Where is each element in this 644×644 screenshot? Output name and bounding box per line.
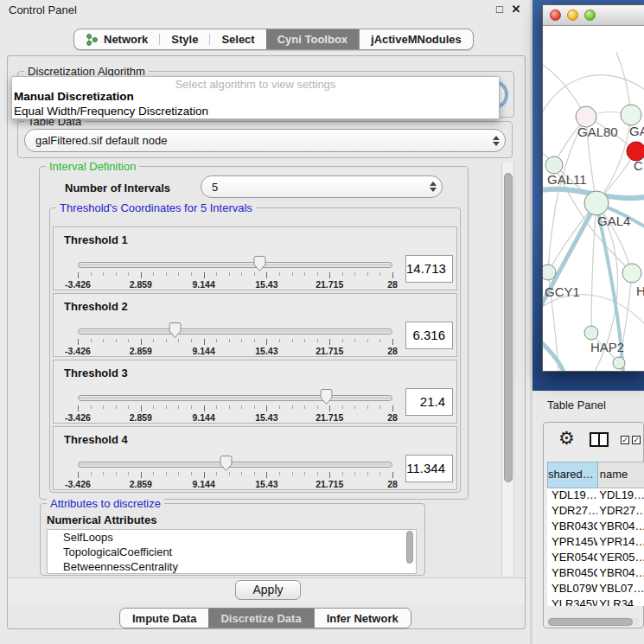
- columns-icon[interactable]: [590, 432, 609, 447]
- network-window-titlebar[interactable]: [543, 5, 644, 26]
- cell-shared-name[interactable]: YBR045C: [547, 566, 597, 582]
- threshold-slider-track[interactable]: [78, 262, 392, 268]
- threshold-panel: Threshold 4-3.4262.8599.14415.4321.71528…: [53, 426, 457, 490]
- network-node-GA[interactable]: [621, 105, 641, 125]
- number-of-intervals-combobox[interactable]: 5: [201, 175, 443, 198]
- slider-tick: [392, 472, 393, 478]
- numerical-attributes-list[interactable]: SelfLoopsTopologicalCoefficientBetweenne…: [47, 529, 417, 574]
- attribute-list-item[interactable]: BetweennessCentrality: [48, 559, 416, 574]
- threshold-value-field[interactable]: 6.316: [405, 322, 453, 349]
- close-window-icon[interactable]: ✕: [509, 3, 523, 16]
- cell-shared-name[interactable]: YPR145W: [547, 535, 597, 551]
- threshold-slider-track[interactable]: [78, 328, 392, 335]
- threshold-value-field[interactable]: 21.4: [405, 388, 453, 416]
- slider-tick: [204, 339, 205, 345]
- network-canvas[interactable]: GAL80GACGAL11GAL4GCY1HHAP2: [543, 26, 644, 371]
- slider-tick-label: 21.715: [303, 479, 355, 489]
- cell-name[interactable]: YBL07…: [597, 582, 644, 597]
- slider-tick: [103, 405, 104, 409]
- checkbox-checked-icon[interactable]: ✓: [632, 436, 641, 444]
- tab-select[interactable]: Select: [210, 29, 265, 49]
- table-row[interactable]: YDR27…YDR27…: [547, 504, 644, 520]
- panel-vertical-scrollbar[interactable]: [501, 163, 514, 576]
- attribute-list-item[interactable]: TopologicalCoefficient: [48, 545, 416, 559]
- screen: { "control_panel": { "title": "Control P…: [0, 0, 644, 644]
- tab-infer-network-label: Infer Network: [327, 612, 399, 625]
- table-row[interactable]: YPR145WYPR14…: [547, 535, 644, 551]
- cell-name[interactable]: YBR04…: [597, 520, 644, 535]
- popup-option-manual-discretization[interactable]: Manual Discretization: [14, 90, 498, 103]
- table-data-combobox[interactable]: galFiltered.sif default node: [24, 129, 506, 152]
- zoom-traffic-light-icon[interactable]: [584, 10, 596, 21]
- right-column: GAL80GACGAL11GAL4GCY1HHAP2 Table Panel ⚙…: [532, 0, 644, 644]
- slider-tick: [241, 272, 242, 276]
- table-panel-title: Table Panel: [547, 399, 606, 411]
- attribute-list-item[interactable]: SelfLoops: [48, 530, 416, 545]
- attributes-list-scrollbar-thumb[interactable]: [406, 531, 413, 564]
- threshold-slider-handle[interactable]: [252, 255, 267, 272]
- table-row[interactable]: YBL079WYBL07…: [547, 582, 644, 597]
- network-edge-thick[interactable]: [543, 337, 564, 371]
- cell-shared-name[interactable]: YDL19…: [547, 488, 597, 504]
- cell-name[interactable]: YBR04…: [597, 566, 644, 582]
- threshold-slider-handle[interactable]: [168, 322, 182, 339]
- table-scrollbar-thumb[interactable]: [548, 618, 633, 626]
- column-header-name[interactable]: name: [598, 462, 644, 488]
- cell-shared-name[interactable]: YDR27…: [547, 504, 597, 520]
- network-node-label: C: [634, 158, 643, 173]
- cell-name[interactable]: YLR34…: [597, 597, 644, 606]
- slider-tick: [78, 339, 79, 345]
- slider-tick-label: 2.859: [115, 346, 167, 356]
- cell-name[interactable]: YPR14…: [597, 535, 644, 551]
- apply-button[interactable]: Apply: [235, 580, 301, 600]
- table-row[interactable]: YER054CYER05…: [547, 551, 644, 566]
- checkbox-checked-icon[interactable]: ✓: [621, 436, 629, 444]
- popup-option-equal-width[interactable]: Equal Width/Frequency Discretization: [14, 105, 498, 118]
- network-node-GAL11[interactable]: [545, 156, 563, 174]
- threshold-value-field[interactable]: 14.713: [405, 255, 453, 283]
- slider-tick: [266, 472, 267, 478]
- cell-shared-name[interactable]: YBR043C: [547, 520, 597, 535]
- cell-name[interactable]: YDR27…: [597, 504, 644, 520]
- slider-tick: [178, 472, 179, 475]
- threshold-slider-track[interactable]: [78, 462, 392, 468]
- slider-tick: [141, 405, 142, 411]
- table-row[interactable]: YDL19…YDL19…: [547, 488, 644, 504]
- tab-infer-network[interactable]: Infer Network: [314, 609, 411, 628]
- minimize-traffic-light-icon[interactable]: [567, 10, 578, 21]
- tab-impute-data[interactable]: Impute Data: [120, 609, 208, 628]
- threshold-value-field[interactable]: 11.344: [405, 455, 453, 482]
- network-edge[interactable]: [548, 117, 586, 272]
- table-horizontal-scrollbar[interactable]: [547, 617, 640, 626]
- panel-scrollbar-thumb[interactable]: [504, 173, 513, 482]
- slider-tick: [128, 272, 129, 276]
- tab-cyni-toolbox[interactable]: Cyni Toolbox: [266, 29, 359, 49]
- tab-style[interactable]: Style: [160, 29, 209, 49]
- cell-shared-name[interactable]: YBL079W: [547, 582, 597, 597]
- network-node-GCY1[interactable]: [543, 265, 556, 280]
- table-row[interactable]: YBR043CYBR04…: [547, 520, 644, 535]
- network-edge[interactable]: [591, 203, 596, 333]
- threshold-slider-track[interactable]: [78, 395, 392, 401]
- float-window-icon[interactable]: □: [493, 3, 507, 16]
- column-header-shared-name[interactable]: shared…: [547, 462, 598, 488]
- close-traffic-light-icon[interactable]: [550, 10, 561, 21]
- network-node-H[interactable]: [622, 264, 641, 283]
- slider-tick: [279, 472, 280, 475]
- network-node-HAP2[interactable]: [584, 326, 598, 340]
- gear-icon[interactable]: ⚙: [558, 429, 575, 448]
- cell-shared-name[interactable]: YLR345W: [547, 597, 597, 606]
- cell-name[interactable]: YER05…: [597, 551, 644, 566]
- slider-tick: [116, 272, 117, 276]
- tab-jactivemnodules[interactable]: jActiveMNodules: [359, 29, 473, 49]
- table-row[interactable]: YBR045CYBR04…: [547, 566, 644, 582]
- table-row[interactable]: YLR345WYLR34…: [547, 597, 644, 606]
- network-node-GAL4[interactable]: [584, 191, 609, 215]
- cell-name[interactable]: YDL19…: [597, 488, 644, 504]
- cell-shared-name[interactable]: YER054C: [547, 551, 597, 566]
- threshold-slider-handle[interactable]: [319, 388, 334, 405]
- threshold-slider-handle[interactable]: [219, 455, 233, 472]
- network-node-unlabeled[interactable]: [613, 357, 625, 369]
- tab-network[interactable]: Network: [74, 29, 159, 49]
- tab-discretize-data[interactable]: Discretize Data: [208, 609, 313, 628]
